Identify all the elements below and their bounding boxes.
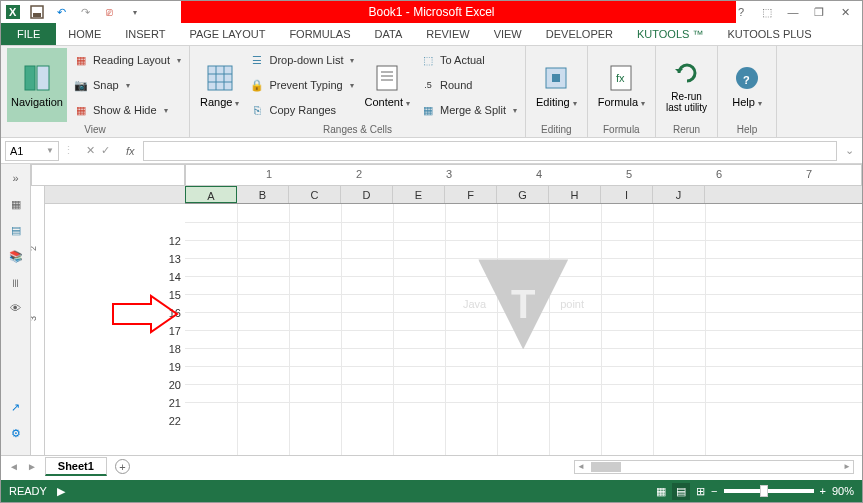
svg-rect-3 [33,13,41,17]
help-button[interactable]: ? Help [724,48,770,122]
col-header[interactable]: I [601,186,653,203]
help-label: Help [732,96,762,108]
col-header[interactable]: H [549,186,601,203]
row-header[interactable]: 14 [151,268,181,286]
pane-names-icon[interactable]: 📚 [6,246,26,266]
undo-icon[interactable]: ↶ [53,4,69,20]
horizontal-scrollbar[interactable]: ◄ ► [574,460,854,474]
row-header[interactable]: 16 [151,304,181,322]
sheet-nav-prev[interactable]: ► [27,461,37,472]
rerun-button[interactable]: Re-runlast utility [662,48,711,122]
fx-icon[interactable]: fx [122,145,139,157]
showhide-icon: ▦ [73,102,89,118]
status-text: READY [9,485,47,497]
help-icon[interactable]: ? [730,3,752,21]
range-icon [204,62,236,94]
row-header[interactable]: 12 [151,232,181,250]
col-header[interactable]: F [445,186,497,203]
restore-icon[interactable]: ❐ [808,3,830,21]
tab-home[interactable]: HOME [56,23,113,45]
close-icon[interactable]: ✕ [834,3,856,21]
qat-dropdown-icon[interactable] [125,4,141,20]
row-header[interactable]: 17 [151,322,181,340]
sheet-tab[interactable]: Sheet1 [45,457,107,476]
dropdown-list-button[interactable]: ☰Drop-down List [247,51,356,69]
group-help: ? Help Help [718,46,777,137]
svg-rect-6 [208,66,232,90]
merge-split-button[interactable]: ▦Merge & Split [418,101,519,119]
minimize-icon[interactable]: — [782,3,804,21]
view-pagebreak-icon[interactable]: ⊞ [696,485,705,498]
col-header[interactable]: A [185,186,237,203]
row-header[interactable]: 15 [151,286,181,304]
zoom-slider[interactable] [724,489,814,493]
zoom-value[interactable]: 90% [832,485,854,497]
pane-collapse-icon[interactable]: » [6,168,26,188]
cell-area[interactable]: Java T point [185,204,862,455]
pane-settings-icon[interactable]: ⚙ [6,423,26,443]
watermark: Java T point [463,259,584,349]
tab-view[interactable]: VIEW [482,23,534,45]
row-header[interactable]: 18 [151,340,181,358]
lock-icon: 🔒 [249,77,265,93]
tab-data[interactable]: DATA [363,23,415,45]
pane-autotext-icon[interactable]: ▤ [6,220,26,240]
reading-layout-button[interactable]: ▦Reading Layout [71,51,183,69]
cancel-icon[interactable]: ✕ [86,144,95,157]
col-header[interactable]: B [237,186,289,203]
row-header[interactable]: 13 [151,250,181,268]
tab-insert[interactable]: INSERT [113,23,177,45]
col-header[interactable]: C [289,186,341,203]
col-header[interactable]: J [653,186,705,203]
tab-pagelayout[interactable]: PAGE LAYOUT [177,23,277,45]
view-layout-icon[interactable]: ▤ [672,483,690,500]
tab-kutools[interactable]: KUTOOLS ™ [625,23,715,45]
ribbon-options-icon[interactable]: ⬚ [756,3,778,21]
ribbon-tabs: FILE HOME INSERT PAGE LAYOUT FORMULAS DA… [1,23,862,46]
sheet-nav-first[interactable]: ◄ [9,461,19,472]
touch-icon[interactable]: ⎚ [101,4,117,20]
pane-columns-icon[interactable]: ⫼ [6,272,26,292]
formula-button[interactable]: fx Formula [594,48,649,122]
pane-popout-icon[interactable]: ↗ [6,397,26,417]
tab-review[interactable]: REVIEW [414,23,481,45]
prevent-typing-button[interactable]: 🔒Prevent Typing [247,76,356,94]
row-header[interactable]: 20 [151,376,181,394]
show-hide-button[interactable]: ▦Show & Hide [71,101,183,119]
tab-developer[interactable]: DEVELOPER [534,23,625,45]
column-headers: A B C D E F G H I J [185,186,862,204]
to-actual-button[interactable]: ⬚To Actual [418,51,519,69]
editing-button[interactable]: Editing [532,48,581,122]
content-button[interactable]: Content [360,48,414,122]
tab-file[interactable]: FILE [1,23,56,45]
formula-input[interactable] [143,141,837,161]
row-header[interactable]: 21 [151,394,181,412]
expand-formula-icon[interactable]: ⌄ [841,144,858,157]
pane-find-icon[interactable]: 👁 [6,298,26,318]
tab-kutoolsplus[interactable]: KUTOOLS PLUS [715,23,823,45]
add-sheet-button[interactable]: + [115,459,130,474]
macro-icon[interactable]: ▶ [57,485,65,498]
pane-workbook-icon[interactable]: ▦ [6,194,26,214]
zoom-out-icon[interactable]: − [711,485,717,497]
enter-icon[interactable]: ✓ [101,144,110,157]
navigation-button[interactable]: Navigation [7,48,67,122]
row-header[interactable]: 22 [151,412,181,430]
col-header[interactable]: G [497,186,549,203]
snap-button[interactable]: 📷Snap [71,76,183,94]
zoom-in-icon[interactable]: + [820,485,826,497]
col-header[interactable]: E [393,186,445,203]
view-normal-icon[interactable]: ▦ [656,485,666,498]
redo-icon[interactable]: ↷ [77,4,93,20]
grid[interactable]: A B C D E F G H I J Java T point [185,186,862,455]
tab-formulas[interactable]: FORMULAS [277,23,362,45]
rerun-icon [671,57,703,89]
range-button[interactable]: Range [196,48,243,122]
round-button[interactable]: .5Round [418,76,519,94]
row-header[interactable]: 19 [151,358,181,376]
copy-ranges-button[interactable]: ⎘Copy Ranges [247,101,356,119]
save-icon[interactable] [29,4,45,20]
col-header[interactable]: D [341,186,393,203]
navigation-icon [21,62,53,94]
name-box[interactable]: A1▼ [5,141,59,161]
